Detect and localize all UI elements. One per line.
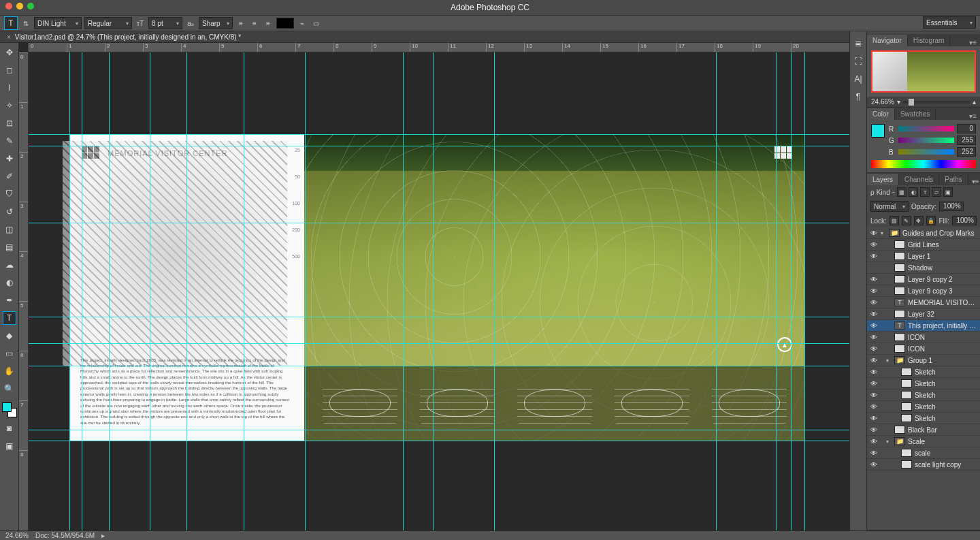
guide-vertical[interactable] bbox=[494, 52, 495, 530]
guide-vertical[interactable] bbox=[150, 52, 150, 530]
visibility-toggle-icon[interactable]: 👁 bbox=[870, 368, 878, 376]
quick-mask-icon[interactable]: ◙ bbox=[3, 422, 16, 435]
guide-vertical[interactable] bbox=[82, 52, 82, 530]
layer-row[interactable]: 👁▾📁Scale bbox=[867, 436, 980, 447]
zoom-level[interactable]: 24.66% bbox=[5, 532, 29, 539]
layer-name[interactable]: scale bbox=[915, 449, 977, 457]
guide-horizontal[interactable] bbox=[29, 343, 849, 344]
layer-thumbnail[interactable] bbox=[894, 264, 905, 272]
align-left-icon[interactable]: ≡ bbox=[235, 18, 246, 29]
history-brush-tool-icon[interactable]: ↺ bbox=[3, 205, 16, 219]
zoom-tool-icon[interactable]: 🔍 bbox=[3, 382, 16, 396]
screen-mode-icon[interactable]: ▣ bbox=[3, 439, 16, 453]
pen-tool-icon[interactable]: ✒ bbox=[3, 293, 16, 307]
layer-row[interactable]: 👁Layer 9 copy 2 bbox=[867, 274, 980, 285]
layer-name[interactable]: Black Bar bbox=[908, 426, 977, 434]
layer-thumbnail[interactable] bbox=[894, 333, 905, 341]
guide-vertical[interactable] bbox=[69, 52, 70, 530]
visibility-toggle-icon[interactable]: 👁 bbox=[870, 438, 878, 445]
hand-tool-icon[interactable]: ✋ bbox=[3, 364, 16, 378]
guide-horizontal[interactable] bbox=[29, 317, 849, 317]
layer-row[interactable]: 👁▾📁Group 1 bbox=[867, 355, 980, 366]
layer-row[interactable]: 👁Layer 32 bbox=[867, 308, 980, 320]
guide-horizontal[interactable] bbox=[29, 223, 849, 223]
layer-row[interactable]: 👁Layer 9 copy 3 bbox=[867, 285, 980, 297]
align-right-icon[interactable]: ≡ bbox=[263, 18, 274, 29]
navigator-thumbnail[interactable] bbox=[871, 50, 976, 93]
zoom-out-icon[interactable]: ▾ bbox=[897, 98, 900, 106]
status-menu-icon[interactable]: ▸ bbox=[101, 532, 105, 539]
layer-name[interactable]: Grid Lines bbox=[908, 241, 977, 249]
layer-row[interactable]: 👁Grid Lines bbox=[867, 239, 980, 251]
layer-row[interactable]: 👁scale bbox=[867, 447, 980, 459]
layer-row[interactable]: 👁TMEMORIAL VISITOR CEN... bbox=[867, 297, 980, 308]
visibility-toggle-icon[interactable]: 👁 bbox=[870, 311, 878, 318]
fill-field[interactable]: 100% bbox=[952, 216, 977, 225]
visibility-toggle-icon[interactable]: 👁 bbox=[870, 241, 878, 249]
type-tool-icon[interactable]: T bbox=[4, 16, 18, 30]
visibility-toggle-icon[interactable]: 👁 bbox=[870, 461, 878, 468]
disclosure-arrow-icon[interactable]: ▾ bbox=[881, 230, 886, 236]
foreground-color-swatch[interactable] bbox=[871, 124, 885, 138]
text-orientation-icon[interactable]: ⇅ bbox=[20, 18, 31, 29]
layer-name[interactable]: scale light copy bbox=[915, 461, 977, 468]
layer-name[interactable]: MEMORIAL VISITOR CEN... bbox=[908, 299, 977, 306]
panel-menu-icon[interactable]: ▾≡ bbox=[968, 178, 980, 185]
type-tool-icon[interactable]: T bbox=[3, 311, 16, 325]
visibility-toggle-icon[interactable]: 👁 bbox=[870, 276, 878, 283]
layer-name[interactable]: Guides and Crop Marks bbox=[902, 229, 977, 237]
zoom-in-icon[interactable]: ▴ bbox=[973, 98, 976, 106]
layer-thumbnail[interactable] bbox=[901, 414, 912, 422]
layer-row[interactable]: 👁scale light copy bbox=[867, 459, 980, 471]
layer-name[interactable]: Sketch bbox=[915, 403, 977, 411]
doc-size[interactable]: Doc: 54.5M/954.6M bbox=[35, 532, 95, 539]
color-spectrum[interactable] bbox=[871, 160, 976, 168]
visibility-toggle-icon[interactable]: 👁 bbox=[870, 449, 878, 457]
tab-swatches[interactable]: Swatches bbox=[895, 108, 936, 120]
color-g-slider[interactable] bbox=[898, 138, 954, 143]
layer-thumbnail[interactable]: T bbox=[894, 298, 905, 306]
lock-transparency-icon[interactable]: ▨ bbox=[889, 216, 899, 225]
visibility-toggle-icon[interactable]: 👁 bbox=[870, 299, 878, 306]
guide-vertical[interactable] bbox=[305, 52, 306, 530]
visibility-toggle-icon[interactable]: 👁 bbox=[870, 322, 878, 330]
layer-name[interactable]: Sketch bbox=[915, 380, 977, 387]
eyedropper-tool-icon[interactable]: ✎ bbox=[3, 134, 16, 148]
tab-histogram[interactable]: Histogram bbox=[908, 35, 951, 46]
guide-horizontal[interactable] bbox=[29, 441, 849, 441]
filter-pixel-icon[interactable]: ▦ bbox=[897, 187, 906, 197]
visibility-toggle-icon[interactable]: 👁 bbox=[870, 287, 878, 295]
visibility-toggle-icon[interactable]: 👁 bbox=[870, 334, 878, 341]
layer-name[interactable]: ICON bbox=[908, 345, 977, 353]
layer-row[interactable]: Shadow bbox=[867, 262, 980, 274]
layer-thumbnail[interactable] bbox=[901, 402, 912, 411]
layer-thumbnail[interactable] bbox=[894, 240, 905, 249]
visibility-toggle-icon[interactable]: 👁 bbox=[870, 426, 878, 434]
gradient-tool-icon[interactable]: ▤ bbox=[3, 240, 16, 254]
navigator-zoom-value[interactable]: 24.66% bbox=[871, 98, 894, 106]
guide-horizontal[interactable] bbox=[29, 146, 849, 146]
ruler-horizontal[interactable]: 01234567891011121314151617181920 bbox=[29, 43, 849, 52]
layer-row[interactable]: 👁TThis project, initially des... bbox=[867, 320, 980, 332]
layer-thumbnail[interactable] bbox=[901, 391, 912, 399]
layer-name[interactable]: Scale bbox=[908, 438, 977, 445]
character-panel-icon[interactable]: A| bbox=[851, 72, 865, 86]
filter-type-icon[interactable]: T bbox=[920, 187, 930, 197]
layer-row[interactable]: 👁Sketch bbox=[867, 366, 980, 378]
history-panel-icon[interactable]: ≣ bbox=[851, 37, 865, 50]
layer-thumbnail[interactable]: T bbox=[894, 321, 905, 330]
canvas-stage[interactable]: MEMORIAL VISITOR CENTER 2550100200500 Th… bbox=[29, 52, 849, 530]
blur-tool-icon[interactable]: ☁ bbox=[3, 258, 16, 272]
layer-thumbnail[interactable] bbox=[894, 287, 905, 295]
layer-thumbnail[interactable] bbox=[901, 379, 912, 387]
visibility-toggle-icon[interactable]: 👁 bbox=[870, 380, 878, 387]
tab-channels[interactable]: Channels bbox=[899, 174, 939, 185]
lock-all-icon[interactable]: 🔒 bbox=[926, 216, 936, 225]
layer-thumbnail[interactable] bbox=[894, 345, 905, 353]
visibility-toggle-icon[interactable]: 👁 bbox=[870, 415, 878, 422]
properties-panel-icon[interactable]: ⛶ bbox=[851, 54, 865, 68]
layer-row[interactable]: 👁Sketch bbox=[867, 413, 980, 424]
guide-horizontal[interactable] bbox=[29, 134, 849, 135]
layer-name[interactable]: Layer 9 copy 2 bbox=[908, 276, 977, 283]
layer-row[interactable]: 👁Sketch bbox=[867, 390, 980, 401]
